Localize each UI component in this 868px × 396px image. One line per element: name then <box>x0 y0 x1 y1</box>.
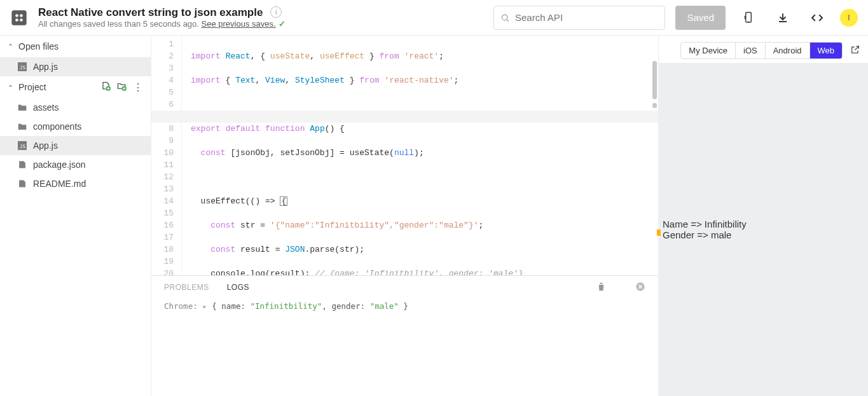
svg-line-6 <box>507 19 509 21</box>
search-input[interactable] <box>515 12 658 23</box>
sidebar: ⌃ Open files JS App.js ⌃Project ⋮ assets… <box>0 36 151 396</box>
svg-text:JS: JS <box>20 144 26 149</box>
svg-rect-7 <box>746 12 752 22</box>
preview-tab-android[interactable]: Android <box>766 43 810 58</box>
close-panel-icon[interactable] <box>635 282 645 294</box>
svg-point-1 <box>15 14 18 17</box>
project-header[interactable]: ⌃Project ⋮ <box>0 76 151 98</box>
save-status: All changes saved less than 5 seconds ag… <box>38 19 286 29</box>
preview-tab-mydevice[interactable]: My Device <box>681 43 736 58</box>
open-external-icon[interactable] <box>850 44 860 57</box>
open-files-header[interactable]: ⌃ Open files <box>0 36 151 57</box>
avatar[interactable]: I <box>840 9 858 27</box>
svg-text:JS: JS <box>20 65 26 71</box>
folder-icon <box>18 104 27 111</box>
chevron-up-icon: ⌃ <box>8 84 13 92</box>
line-gutter: 1234567891011121314151617181920 <box>151 36 182 275</box>
saved-button[interactable]: Saved <box>675 6 726 30</box>
svg-rect-0 <box>11 10 26 25</box>
project-item-components[interactable]: components <box>0 117 151 136</box>
previous-saves-link[interactable]: See previous saves. <box>202 19 276 29</box>
preview-target-segmented: My Device iOS Android Web <box>680 42 843 59</box>
folder-icon <box>18 123 27 130</box>
console-output: Chrome: ▸ { name: "Infinitbility", gende… <box>151 299 658 396</box>
svg-point-5 <box>502 15 507 20</box>
svg-point-4 <box>20 18 23 22</box>
new-folder-icon[interactable] <box>117 81 127 93</box>
embed-icon[interactable] <box>806 6 829 29</box>
json-file-icon <box>18 160 27 169</box>
more-icon[interactable]: ⋮ <box>133 81 143 93</box>
new-file-icon[interactable] <box>101 81 111 93</box>
js-file-icon: JS <box>18 62 27 71</box>
tab-logs[interactable]: LOGS <box>227 283 249 292</box>
open-file-item[interactable]: JS App.js <box>0 57 151 76</box>
bottom-panel: PROBLEMS LOGS Chrome: ▸ { name: "Infinit… <box>151 275 658 396</box>
preview-output: Name => Infinitbility Gender => male <box>659 63 868 396</box>
svg-point-3 <box>15 18 18 22</box>
preview-panel: My Device iOS Android Web Name => Infini… <box>658 36 868 396</box>
preview-line: Name => Infinitbility <box>663 219 864 229</box>
project-item-assets[interactable]: assets <box>0 98 151 117</box>
search-api-box[interactable] <box>493 6 665 30</box>
svg-point-2 <box>20 14 23 17</box>
code-content[interactable]: import React, { useState, useEffect } fr… <box>182 36 658 275</box>
project-item-readme[interactable]: README.md <box>0 174 151 193</box>
download-icon[interactable] <box>771 6 794 29</box>
chevron-up-icon: ⌃ <box>8 43 13 51</box>
code-editor[interactable]: 1234567891011121314151617181920 import R… <box>151 36 658 275</box>
project-item-package[interactable]: package.json <box>0 155 151 174</box>
info-icon[interactable]: i <box>270 6 282 18</box>
preview-tab-ios[interactable]: iOS <box>736 43 766 58</box>
md-file-icon <box>18 179 27 188</box>
device-icon[interactable] <box>737 6 760 29</box>
project-item-appjs[interactable]: JS App.js <box>0 136 151 155</box>
preview-line: Gender => male <box>663 229 864 240</box>
page-title: React Native convert string to json exam… <box>38 6 263 19</box>
clear-logs-icon[interactable] <box>596 282 606 294</box>
search-icon <box>500 13 510 23</box>
expo-logo <box>10 9 28 27</box>
tab-problems[interactable]: PROBLEMS <box>164 283 209 292</box>
check-icon: ✓ <box>279 19 286 29</box>
js-file-icon: JS <box>18 141 27 150</box>
preview-tab-web[interactable]: Web <box>810 43 843 58</box>
